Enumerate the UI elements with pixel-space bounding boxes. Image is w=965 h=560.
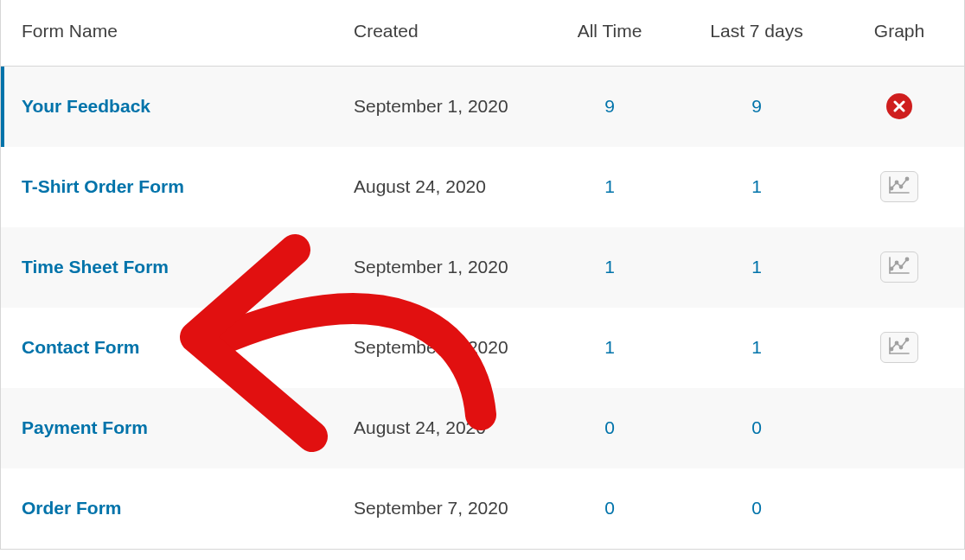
svg-point-10 <box>890 347 892 350</box>
form-name-cell: T-Shirt Order Form <box>1 147 333 227</box>
svg-point-12 <box>899 346 902 348</box>
last-7-link[interactable]: 0 <box>751 498 762 518</box>
created-date: September 7, 2020 <box>333 468 540 549</box>
chart-icon <box>889 176 910 198</box>
created-date: August 24, 2020 <box>333 147 540 227</box>
graph-button[interactable] <box>880 171 918 202</box>
col-header-created[interactable]: Created <box>333 0 540 67</box>
created-date: September 7, 2020 <box>333 308 540 388</box>
all-time-link[interactable]: 0 <box>604 417 615 437</box>
all-time-count: 1 <box>540 147 679 227</box>
last-7-link[interactable]: 1 <box>751 257 762 277</box>
svg-point-6 <box>890 267 892 270</box>
all-time-count: 9 <box>540 67 679 147</box>
table-row: Time Sheet FormSeptember 1, 202011 <box>1 227 964 308</box>
table-header-row: Form Name Created All Time Last 7 days G… <box>1 0 964 67</box>
table-row: T-Shirt Order FormAugust 24, 202011 <box>1 147 964 227</box>
col-header-last-7[interactable]: Last 7 days <box>679 0 834 67</box>
table-row: Contact FormSeptember 7, 202011 <box>1 308 964 388</box>
form-name-cell: Payment Form <box>1 388 333 468</box>
form-name-link[interactable]: T-Shirt Order Form <box>22 176 184 196</box>
last-7-link[interactable]: 1 <box>751 176 762 196</box>
svg-point-11 <box>895 341 898 344</box>
chart-icon <box>889 257 910 278</box>
form-name-cell: Your Feedback <box>1 67 333 147</box>
all-time-link[interactable]: 1 <box>604 176 615 196</box>
graph-cell <box>834 67 964 147</box>
form-name-link[interactable]: Order Form <box>22 498 122 518</box>
svg-point-13 <box>905 338 908 340</box>
all-time-link[interactable]: 0 <box>604 498 615 518</box>
table-row: Order FormSeptember 7, 202000 <box>1 468 964 549</box>
created-date: August 24, 2020 <box>333 388 540 468</box>
last-7-link[interactable]: 1 <box>751 337 762 357</box>
last-7-count: 1 <box>679 227 834 308</box>
graph-cell <box>834 468 964 549</box>
svg-point-8 <box>899 265 902 268</box>
form-name-cell: Time Sheet Form <box>1 227 333 308</box>
form-name-link[interactable]: Your Feedback <box>22 96 150 116</box>
all-time-count: 0 <box>540 388 679 468</box>
graph-button[interactable] <box>880 332 918 363</box>
svg-point-2 <box>890 187 892 189</box>
table-row: Your FeedbackSeptember 1, 202099 <box>1 67 964 147</box>
last-7-count: 0 <box>679 388 834 468</box>
svg-point-9 <box>905 258 908 260</box>
graph-cell <box>834 388 964 468</box>
svg-point-3 <box>895 181 898 183</box>
delete-icon[interactable] <box>886 93 912 119</box>
last-7-count: 1 <box>679 147 834 227</box>
col-header-graph: Graph <box>834 0 964 67</box>
svg-point-5 <box>905 177 908 180</box>
table-row: Payment FormAugust 24, 202000 <box>1 388 964 468</box>
svg-point-4 <box>899 185 902 188</box>
created-date: September 1, 2020 <box>333 67 540 147</box>
all-time-link[interactable]: 1 <box>604 337 615 357</box>
last-7-link[interactable]: 0 <box>751 417 762 437</box>
all-time-count: 0 <box>540 468 679 549</box>
form-name-link[interactable]: Contact Form <box>22 337 140 357</box>
col-header-form-name[interactable]: Form Name <box>1 0 333 67</box>
graph-button[interactable] <box>880 251 918 283</box>
col-header-all-time[interactable]: All Time <box>540 0 679 67</box>
all-time-link[interactable]: 1 <box>604 257 615 277</box>
form-name-link[interactable]: Time Sheet Form <box>22 257 169 277</box>
forms-table: Form Name Created All Time Last 7 days G… <box>1 0 964 549</box>
forms-table-wrapper: Form Name Created All Time Last 7 days G… <box>0 0 965 550</box>
last-7-count: 9 <box>679 67 834 147</box>
last-7-count: 1 <box>679 308 834 388</box>
created-date: September 1, 2020 <box>333 227 540 308</box>
all-time-count: 1 <box>540 308 679 388</box>
form-name-link[interactable]: Payment Form <box>22 417 148 437</box>
all-time-count: 1 <box>540 227 679 308</box>
form-name-cell: Order Form <box>1 468 333 549</box>
all-time-link[interactable]: 9 <box>604 96 615 116</box>
last-7-count: 0 <box>679 468 834 549</box>
graph-cell <box>834 308 964 388</box>
graph-cell <box>834 227 964 308</box>
last-7-link[interactable]: 9 <box>751 96 762 116</box>
chart-icon <box>889 337 910 359</box>
graph-cell <box>834 147 964 227</box>
svg-point-7 <box>895 261 898 264</box>
form-name-cell: Contact Form <box>1 308 333 388</box>
